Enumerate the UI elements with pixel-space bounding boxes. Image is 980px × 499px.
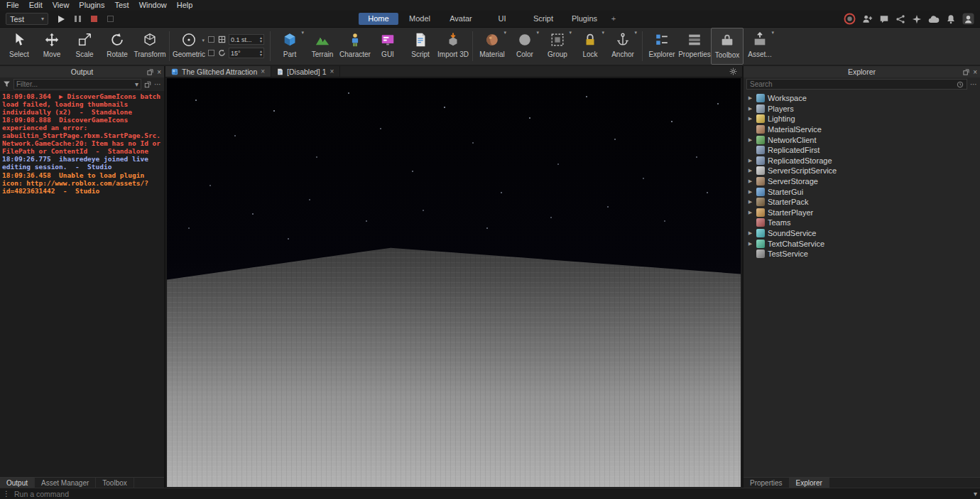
output-panel-header[interactable]: Output × <box>0 66 164 77</box>
tree-item[interactable]: ReplicatedStorage <box>744 156 980 166</box>
float-panel-icon[interactable] <box>963 69 969 75</box>
asset-manager-button[interactable]: ▾ Asset... <box>744 28 776 65</box>
move-snap-checkbox[interactable] <box>208 36 214 43</box>
lock-button[interactable]: ▾ Lock <box>574 28 606 65</box>
log-entry[interactable]: 18:09:08.364 ▶ DiscoverGameIcons batch l… <box>2 93 162 116</box>
output-log[interactable]: 18:09:08.364 ▶ DiscoverGameIcons batch l… <box>0 91 164 477</box>
chevron-down-icon[interactable]: ▾ <box>569 30 572 35</box>
3d-viewport[interactable] <box>167 78 741 487</box>
output-filter-input[interactable] <box>16 80 133 88</box>
chevron-right-icon[interactable] <box>747 199 753 205</box>
notifications-icon[interactable] <box>946 14 956 24</box>
move-snap-stepper[interactable]: ▴ ▾ <box>260 36 262 43</box>
tree-item[interactable]: TextChatService <box>744 238 980 249</box>
chevron-right-icon[interactable] <box>747 210 753 215</box>
close-panel-icon[interactable]: × <box>157 68 161 76</box>
log-entry[interactable]: 18:09:26.775 ihasredeye joined live edit… <box>2 156 162 171</box>
float-panel-icon[interactable] <box>147 69 153 75</box>
panel-tab[interactable]: Properties <box>744 478 790 488</box>
ai-assistant-icon[interactable] <box>912 14 922 24</box>
move-snap-input[interactable]: 0.1 st... ▴ ▾ <box>229 34 264 45</box>
tree-item[interactable]: Players <box>744 104 980 114</box>
document-tab-place[interactable]: The Glitched Attraction × <box>165 66 271 77</box>
tree-item[interactable]: StarterPack <box>744 197 980 208</box>
tree-item[interactable]: Lighting <box>744 114 980 124</box>
ribbon-tab[interactable]: Home <box>359 13 398 25</box>
chevron-right-icon[interactable] <box>747 230 753 236</box>
panel-tab[interactable]: Output <box>0 478 35 488</box>
chevron-down-icon[interactable]: ▾ <box>536 30 539 35</box>
anchor-button[interactable]: ▾ Anchor <box>606 28 639 65</box>
chevron-right-icon[interactable] <box>747 116 753 122</box>
drag-handle-icon[interactable]: ⋮ <box>3 490 10 498</box>
tree-item[interactable]: StarterPlayer <box>744 208 980 218</box>
chevron-down-icon[interactable]: ▾ <box>634 30 637 35</box>
terrain-button[interactable]: Terrain <box>306 28 339 65</box>
ribbon-tab[interactable]: Model <box>400 13 440 25</box>
tree-item[interactable]: MaterialService <box>744 124 980 135</box>
stepper-down-icon[interactable]: ▾ <box>260 53 262 57</box>
document-tab-script[interactable]: [Disabled] 1 × <box>271 66 340 77</box>
log-entry[interactable]: 18:09:36.458 Unable to load plugin icon:… <box>2 172 162 195</box>
move-tool-button[interactable]: Move <box>36 28 68 65</box>
import-3d-button[interactable]: Import 3D <box>437 28 469 65</box>
ribbon-tab[interactable]: + <box>606 13 621 25</box>
menu-item[interactable]: Plugins <box>74 0 109 11</box>
tree-item[interactable]: ServerStorage <box>744 176 980 187</box>
scale-tool-button[interactable]: Scale <box>68 28 101 65</box>
chevron-right-icon[interactable] <box>747 95 753 101</box>
chevron-down-icon[interactable]: ▾ <box>974 490 977 498</box>
menu-item[interactable]: View <box>48 0 75 11</box>
open-in-window-icon[interactable] <box>144 81 151 88</box>
ribbon-tab[interactable]: Script <box>523 13 563 25</box>
toolbox-toggle-button[interactable]: Toolbox <box>711 28 744 65</box>
chevron-right-icon[interactable] <box>747 158 753 163</box>
collaborate-icon[interactable] <box>862 14 873 24</box>
rotate-snap-stepper[interactable]: ▴ ▾ <box>260 50 262 56</box>
panel-tab[interactable]: Toolbox <box>96 478 134 488</box>
transform-tool-button[interactable]: Transform <box>134 28 166 65</box>
test-mode-dropdown[interactable]: Test ▾ <box>6 13 48 25</box>
user-avatar[interactable] <box>962 13 974 25</box>
chevron-right-icon[interactable] <box>747 178 753 184</box>
tree-item[interactable]: Workspace <box>744 93 980 104</box>
ribbon-tab[interactable]: UI <box>482 13 522 25</box>
viewport-settings-gear-icon[interactable] <box>729 68 742 75</box>
menu-item[interactable]: File <box>1 0 24 11</box>
more-options-icon[interactable]: ⋯ <box>154 81 161 88</box>
tree-item[interactable]: NetworkClient <box>744 134 980 145</box>
chevron-down-icon[interactable]: ▾ <box>301 30 304 35</box>
ribbon-tab[interactable]: Avatar <box>441 13 481 25</box>
panel-tab[interactable]: Asset Manager <box>35 478 96 488</box>
share-icon[interactable] <box>895 14 905 24</box>
menu-item[interactable]: Help <box>172 0 198 11</box>
chevron-down-icon[interactable]: ▾ <box>601 30 604 35</box>
search-history-icon[interactable] <box>957 81 964 88</box>
tree-item[interactable]: StarterGui <box>744 186 980 197</box>
cloud-sync-icon[interactable] <box>928 14 940 24</box>
command-input[interactable] <box>14 490 969 498</box>
filter-funnel-icon[interactable] <box>3 80 11 88</box>
close-tab-icon[interactable]: × <box>261 68 265 75</box>
pause-button[interactable] <box>74 15 82 23</box>
menu-item[interactable]: Test <box>109 0 134 11</box>
material-button[interactable]: ▾ Material <box>476 28 508 65</box>
script-button[interactable]: Script <box>404 28 437 65</box>
comments-icon[interactable] <box>879 14 889 24</box>
tree-item[interactable]: ServerScriptService <box>744 166 980 176</box>
gui-button[interactable]: GUI <box>371 28 404 65</box>
tree-item[interactable]: TestService <box>744 249 980 259</box>
rotate-tool-button[interactable]: Rotate <box>101 28 134 65</box>
more-options-icon[interactable]: ⋯ <box>970 81 977 88</box>
chevron-down-icon[interactable]: ▾ <box>135 81 138 88</box>
close-panel-icon[interactable]: × <box>973 68 977 76</box>
chevron-right-icon[interactable] <box>747 106 753 112</box>
explorer-search-input[interactable] <box>750 80 954 88</box>
chevron-right-icon[interactable] <box>747 168 753 173</box>
part-button[interactable]: ▾ Part <box>273 28 306 65</box>
play-button[interactable] <box>57 15 65 23</box>
rotate-snap-input[interactable]: 15° ▴ ▾ <box>229 48 264 58</box>
group-button[interactable]: ▾ Group <box>541 28 574 65</box>
character-button[interactable]: Character <box>339 28 371 65</box>
chevron-down-icon[interactable]: ▾ <box>503 30 506 35</box>
